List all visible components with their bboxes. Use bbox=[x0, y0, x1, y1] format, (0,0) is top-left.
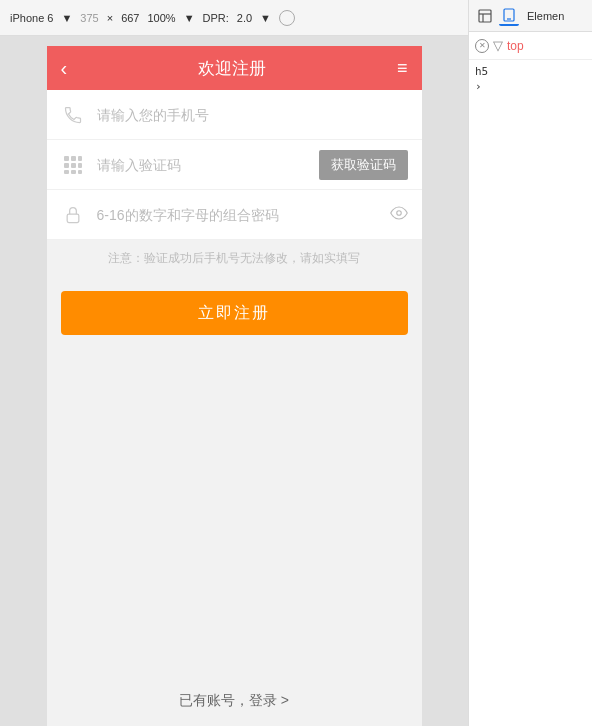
phone-field-row bbox=[47, 90, 422, 140]
expand-arrow[interactable]: › bbox=[475, 80, 482, 93]
sms-field-row: 获取验证码 bbox=[47, 140, 422, 190]
password-field-row bbox=[47, 190, 422, 240]
elements-tab-icon[interactable] bbox=[475, 6, 495, 26]
device-toolbar: iPhone 6 ▼ 375 × 667 100% ▼ DPR: 2.0 ▼ bbox=[0, 0, 468, 36]
dpr-label: DPR: bbox=[203, 12, 229, 24]
device-tab-icon[interactable] bbox=[499, 6, 519, 26]
get-sms-button[interactable]: 获取验证码 bbox=[319, 150, 408, 180]
grid-icon bbox=[61, 153, 85, 177]
login-link-area: 已有账号，登录 > bbox=[47, 675, 422, 726]
tree-arrow[interactable]: › bbox=[475, 79, 586, 94]
menu-button[interactable]: ≡ bbox=[397, 58, 408, 79]
lock-icon bbox=[61, 203, 85, 227]
svg-rect-5 bbox=[78, 163, 82, 168]
tree-h5[interactable]: h5 bbox=[475, 64, 586, 79]
svg-point-10 bbox=[396, 210, 401, 215]
device-name[interactable]: iPhone 6 bbox=[10, 12, 53, 24]
svg-rect-0 bbox=[64, 156, 69, 161]
sms-input[interactable] bbox=[97, 157, 307, 173]
notice-text: 注意：验证成功后手机号无法修改，请如实填写 bbox=[61, 250, 408, 267]
svg-rect-6 bbox=[64, 170, 69, 174]
times-icon: × bbox=[107, 12, 113, 24]
login-link[interactable]: 已有账号，登录 > bbox=[179, 692, 289, 708]
devtools-panel: Elemen ✕ ▽ top h5 › bbox=[468, 0, 592, 726]
phone-icon bbox=[61, 103, 85, 127]
svg-rect-4 bbox=[71, 163, 76, 168]
elements-panel-label: Elemen bbox=[523, 10, 568, 22]
register-button[interactable]: 立即注册 bbox=[61, 291, 408, 335]
funnel-icon[interactable]: ▽ bbox=[493, 38, 503, 53]
password-input[interactable] bbox=[97, 207, 378, 223]
svg-rect-7 bbox=[71, 170, 76, 174]
page-title: 欢迎注册 bbox=[198, 57, 266, 80]
block-icon[interactable]: ✕ bbox=[475, 39, 489, 53]
dpr-dropdown[interactable]: ▼ bbox=[260, 12, 271, 24]
svg-rect-8 bbox=[78, 170, 82, 174]
notice-area: 注意：验证成功后手机号无法修改，请如实填写 bbox=[47, 240, 422, 277]
mobile-frame: ‹ 欢迎注册 ≡ bbox=[0, 36, 468, 726]
browser-left-panel: iPhone 6 ▼ 375 × 667 100% ▼ DPR: 2.0 ▼ ‹… bbox=[0, 0, 468, 726]
mobile-app: ‹ 欢迎注册 ≡ bbox=[47, 46, 422, 726]
zoom-dropdown[interactable]: ▼ bbox=[184, 12, 195, 24]
eye-icon[interactable] bbox=[390, 204, 408, 226]
dpr-value: 2.0 bbox=[237, 12, 252, 24]
svg-rect-3 bbox=[64, 163, 69, 168]
register-button-wrapper: 立即注册 bbox=[47, 277, 422, 349]
phone-input[interactable] bbox=[97, 107, 408, 123]
filter-value: top bbox=[507, 39, 524, 53]
app-header: ‹ 欢迎注册 ≡ bbox=[47, 46, 422, 90]
h5-tag: h5 bbox=[475, 65, 488, 78]
back-button[interactable]: ‹ bbox=[61, 57, 68, 80]
registration-form: 获取验证码 bbox=[47, 90, 422, 240]
devtools-tabs: Elemen bbox=[469, 0, 592, 32]
svg-rect-1 bbox=[71, 156, 76, 161]
elements-tree: h5 › bbox=[469, 60, 592, 98]
empty-space bbox=[47, 349, 422, 675]
svg-rect-9 bbox=[67, 214, 79, 222]
rotate-icon[interactable] bbox=[279, 10, 295, 26]
svg-rect-11 bbox=[479, 10, 491, 22]
height-value: 667 bbox=[121, 12, 139, 24]
filter-bar: ✕ ▽ top bbox=[469, 32, 592, 60]
zoom-value[interactable]: 100% bbox=[147, 12, 175, 24]
svg-rect-2 bbox=[78, 156, 82, 161]
dropdown-icon[interactable]: ▼ bbox=[61, 12, 72, 24]
separator1: 375 bbox=[80, 12, 98, 24]
